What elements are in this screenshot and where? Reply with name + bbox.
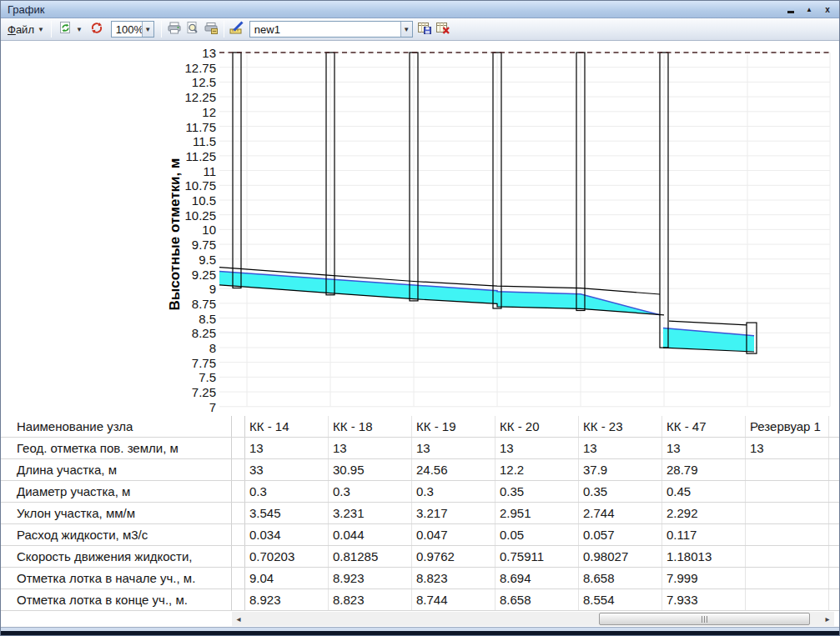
row-label: Расход жидкости, м3/с xyxy=(1,524,232,545)
table-cell xyxy=(746,546,829,567)
print-icon xyxy=(167,21,182,38)
y-tick-label: 12 xyxy=(202,105,216,119)
chevron-down-icon: ▼ xyxy=(400,22,412,37)
table-cell: 24.56 xyxy=(412,459,495,480)
report-name-select[interactable]: new1 ▼ xyxy=(249,21,413,38)
row-gutter xyxy=(232,459,245,480)
y-tick-label: 11.5 xyxy=(193,134,216,148)
page-setup-icon xyxy=(204,21,219,38)
file-menu-button[interactable]: Файл ▼ xyxy=(4,20,48,38)
save-view-button[interactable] xyxy=(415,20,434,38)
row-gutter xyxy=(232,481,245,502)
zoom-select[interactable]: 100% ▼ xyxy=(111,21,154,38)
table-cell xyxy=(746,589,829,610)
chevron-down-icon: ▼ xyxy=(38,26,44,33)
y-tick-label: 10.25 xyxy=(184,208,216,223)
row-gutter xyxy=(232,503,245,523)
table-cell: 0.034 xyxy=(245,524,329,545)
table-cell: 7.999 xyxy=(662,568,746,588)
refresh-button[interactable]: ▼ xyxy=(55,20,86,38)
table-cell: 0.75911 xyxy=(495,546,579,567)
report-name-value: new1 xyxy=(250,23,400,36)
row-gutter xyxy=(232,524,245,545)
table-cell: 1.18013 xyxy=(662,546,746,567)
y-tick-label: 8 xyxy=(209,341,216,355)
table-cell: 37.9 xyxy=(579,459,662,480)
y-tick-label: 7.25 xyxy=(192,385,216,399)
y-tick-label: 11.75 xyxy=(186,120,216,134)
table-cell: 0.117 xyxy=(662,524,746,545)
table-cell: КК - 19 xyxy=(412,416,495,437)
table-cell: 30.95 xyxy=(329,459,412,480)
delete-view-button[interactable] xyxy=(434,20,452,38)
measure-button[interactable] xyxy=(228,20,247,38)
table-cell: 0.05 xyxy=(495,524,579,545)
close-button[interactable]: x xyxy=(822,5,832,15)
scrollbar-rightpad xyxy=(834,611,839,627)
table-cell: 0.35 xyxy=(495,481,579,502)
table-cell: 8.744 xyxy=(412,589,495,610)
data-table: Наименование узлаКК - 14КК - 18КК - 19КК… xyxy=(1,416,839,611)
table-cell: 8.554 xyxy=(579,589,662,610)
table-row: Скорость движения жидкости,0.702030.8128… xyxy=(1,546,839,568)
table-cell: 2.951 xyxy=(495,503,579,523)
y-tick-label: 7 xyxy=(209,400,216,414)
table-cell: 0.3 xyxy=(412,481,495,502)
table-row: Уклон участка, мм/м3.5453.2313.2172.9512… xyxy=(1,503,839,524)
table-cell: 0.047 xyxy=(412,524,495,545)
chevron-down-icon: ▼ xyxy=(76,26,83,33)
y-tick-label: 8.75 xyxy=(192,297,216,311)
measure-icon xyxy=(229,21,245,38)
row-label: Отметка лотка в конце уч., м. xyxy=(1,589,232,610)
zoom-value: 100% xyxy=(112,23,142,36)
table-cell: 33 xyxy=(245,459,329,480)
table-cell: КК - 14 xyxy=(245,416,329,437)
scroll-left-button[interactable]: ◂ xyxy=(232,612,245,626)
row-label: Длина участка, м xyxy=(1,459,232,480)
row-label: Диаметр участка, м xyxy=(1,481,232,502)
table-cell: 9.04 xyxy=(245,568,329,588)
scroll-right-button[interactable]: ▸ xyxy=(821,612,834,626)
minimize-button[interactable] xyxy=(786,5,796,15)
table-cell: 2.292 xyxy=(662,503,746,523)
table-cell: 0.81285 xyxy=(329,546,412,567)
page-setup-button[interactable] xyxy=(202,20,220,38)
table-cell xyxy=(746,503,829,523)
scrollbar-thumb[interactable] xyxy=(599,613,810,625)
chevron-down-icon: ▼ xyxy=(142,22,153,37)
table-cell: 0.044 xyxy=(329,524,412,545)
row-gutter xyxy=(232,568,245,588)
pin-button[interactable]: ▲ xyxy=(804,5,814,15)
y-tick-label: 11.25 xyxy=(186,149,216,163)
table-cell: 8.823 xyxy=(329,589,412,610)
chart-window: График ▲ x Файл ▼ ▼ xyxy=(0,0,840,636)
table-cell: 0.70203 xyxy=(245,546,329,567)
table-cell: 0.9762 xyxy=(412,546,495,567)
row-gutter xyxy=(232,416,245,437)
table-cell xyxy=(746,481,829,502)
table-row: Геод. отметка пов. земли, м1313131313131… xyxy=(1,438,839,459)
y-tick-label: 9.75 xyxy=(192,238,216,252)
table-cell: 28.79 xyxy=(662,459,746,480)
table-cell: 13 xyxy=(579,438,662,458)
window-title: График xyxy=(1,3,44,16)
scrollbar-track[interactable] xyxy=(245,612,821,626)
table-row: Наименование узлаКК - 14КК - 18КК - 19КК… xyxy=(1,416,839,438)
horizontal-scrollbar: ◂ ▸ xyxy=(1,611,839,627)
print-button[interactable] xyxy=(165,20,184,38)
toolbar: Файл ▼ ▼ xyxy=(1,18,839,41)
y-tick-label: 13 xyxy=(202,46,216,60)
table-cell: 0.98027 xyxy=(579,546,662,567)
refresh-icon xyxy=(58,21,73,38)
chart-area: 1312.7512.512.251211.7511.511.251110.751… xyxy=(1,41,839,416)
refresh-all-button[interactable] xyxy=(86,20,108,38)
table-cell xyxy=(746,524,829,545)
toolbar-separator xyxy=(224,21,224,38)
table-cell: 3.545 xyxy=(245,503,329,523)
toolbar-separator xyxy=(161,21,162,38)
y-tick-label: 9 xyxy=(209,282,216,296)
table-cell: 0.3 xyxy=(245,481,329,502)
print-preview-button[interactable] xyxy=(184,20,202,38)
table-cell: КК - 47 xyxy=(662,416,746,437)
table-cell: 3.231 xyxy=(329,503,412,523)
